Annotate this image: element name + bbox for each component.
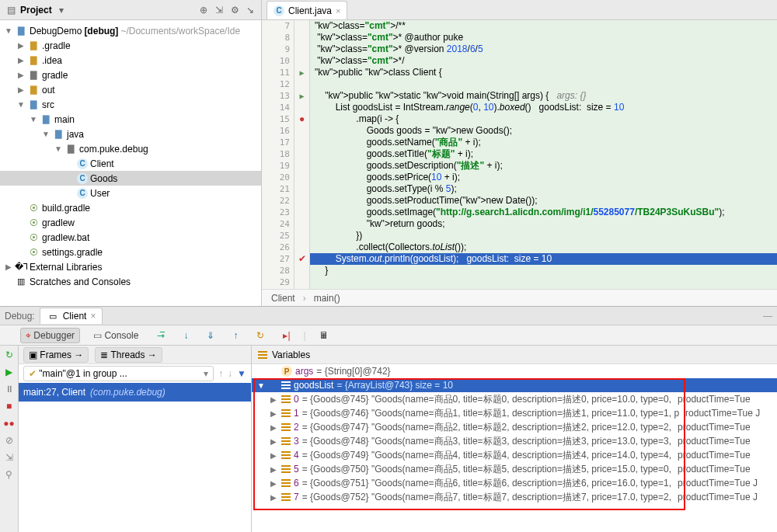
step-into-icon[interactable]: ↓ bbox=[178, 328, 193, 343]
drop-frame-icon[interactable]: ↻ bbox=[251, 328, 270, 343]
list-icon bbox=[281, 437, 291, 445]
variables-title: Variables bbox=[272, 349, 310, 360]
tab-label: Client.java bbox=[288, 5, 332, 16]
folder-icon: ▇ bbox=[27, 40, 40, 52]
java-class-icon: C bbox=[77, 173, 88, 184]
mute-breakpoints-icon[interactable]: ⊘ bbox=[3, 434, 16, 447]
tree-item[interactable]: CClient bbox=[0, 156, 261, 171]
java-class-icon: C bbox=[274, 5, 284, 16]
file-icon: ⦿ bbox=[27, 217, 40, 229]
threads-tab[interactable]: ≣ Threads → bbox=[95, 347, 162, 363]
var-item[interactable]: ▶ 0 = {Goods@745} "Goods(name=商品0, title… bbox=[252, 392, 777, 406]
step-over-icon[interactable]: →̅ bbox=[152, 328, 170, 343]
editor-area: C Client.java × 789101112131415161718192… bbox=[262, 0, 777, 306]
close-tab-icon[interactable]: × bbox=[336, 6, 340, 16]
var-item[interactable]: ▶ 2 = {Goods@747} "Goods(name=商品2, title… bbox=[252, 420, 777, 434]
folder-icon: ▇ bbox=[27, 84, 40, 96]
folder-icon: ▇ bbox=[52, 128, 64, 141]
prev-frame-icon[interactable]: ↑ bbox=[218, 368, 223, 379]
filter-icon[interactable]: ▼ bbox=[237, 368, 246, 379]
close-icon[interactable]: × bbox=[90, 311, 96, 322]
list-icon bbox=[281, 493, 291, 501]
settings-icon[interactable]: ⇲ bbox=[3, 451, 16, 464]
list-icon bbox=[281, 479, 291, 487]
crumb-class[interactable]: Client bbox=[271, 293, 295, 304]
view-breakpoints-icon[interactable]: ●● bbox=[3, 417, 16, 429]
external-libraries[interactable]: ▶�⅂ External Libraries bbox=[0, 259, 261, 274]
list-icon bbox=[281, 395, 291, 403]
tree-item[interactable]: ⦿gradlew bbox=[0, 215, 261, 230]
file-icon: ⦿ bbox=[27, 246, 40, 259]
editor-tabbar: C Client.java × bbox=[262, 0, 777, 20]
list-icon bbox=[281, 451, 291, 459]
debug-toolbar: ⌖ Debugger ▭ Console →̅ ↓ ⇓ ↑ ↻ ▸| | 🖩 bbox=[0, 325, 777, 346]
tree-item[interactable]: CGoods bbox=[0, 171, 261, 186]
var-goodslist[interactable]: ▼ goodsList = {ArrayList@743} size = 10 bbox=[252, 378, 777, 392]
project-tree[interactable]: ▼ ▇ DebugDemo [debug] ~/Documents/workSp… bbox=[0, 20, 261, 306]
crumb-method[interactable]: main() bbox=[314, 293, 340, 304]
pin-icon[interactable]: ⚲ bbox=[3, 468, 16, 481]
var-item[interactable]: ▶ 3 = {Goods@748} "Goods(name=商品3, title… bbox=[252, 434, 777, 448]
tree-item[interactable]: ▼▇java bbox=[0, 127, 261, 141]
java-class-icon: C bbox=[77, 188, 88, 199]
folder-icon: ▇ bbox=[40, 113, 52, 126]
tree-item[interactable]: ▼▇main bbox=[0, 112, 261, 127]
list-icon bbox=[281, 423, 291, 431]
next-frame-icon[interactable]: ↓ bbox=[228, 368, 232, 379]
var-item[interactable]: ▶ 1 = {Goods@746} "Goods(name=商品1, title… bbox=[252, 406, 777, 420]
tree-item[interactable]: ⦿gradlew.bat bbox=[0, 230, 261, 245]
run-to-cursor-icon[interactable]: ▸| bbox=[277, 328, 295, 343]
pause-icon[interactable]: ⏸ bbox=[3, 383, 16, 395]
resume-icon[interactable]: ▶ bbox=[3, 366, 16, 378]
tree-item[interactable]: ▶▇gradle bbox=[0, 68, 261, 82]
tree-root[interactable]: ▼ ▇ DebugDemo [debug] ~/Documents/workSp… bbox=[0, 23, 261, 38]
tree-item[interactable]: ⦿settings.gradle bbox=[0, 245, 261, 259]
tree-item[interactable]: ▼▇src bbox=[0, 97, 261, 112]
project-sidebar: ▤ Project ▾ ⊕ ⇲ ⚙ ↘ ▼ ▇ DebugDemo [debug… bbox=[0, 0, 262, 306]
breadcrumb[interactable]: Client › main() bbox=[262, 289, 777, 306]
file-icon: ⦿ bbox=[27, 231, 40, 244]
debugger-tab[interactable]: ⌖ Debugger bbox=[20, 328, 80, 343]
scratches-consoles[interactable]: ▥ Scratches and Consoles bbox=[0, 274, 261, 289]
stop-icon[interactable]: ■ bbox=[3, 400, 16, 412]
list-icon bbox=[281, 465, 291, 473]
tree-item[interactable]: ▶▇out bbox=[0, 82, 261, 97]
app-icon: ▭ bbox=[47, 310, 59, 322]
tree-item[interactable]: ▼▇com.puke.debug bbox=[0, 141, 261, 156]
folder-icon: ▇ bbox=[27, 69, 40, 82]
debug-header: Debug: ▭ Client × — bbox=[0, 307, 777, 325]
root-path: ~/Documents/workSpace/Ide bbox=[120, 26, 240, 37]
editor-tab-client[interactable]: C Client.java × bbox=[267, 1, 347, 19]
tree-item[interactable]: ▶▇.gradle bbox=[0, 38, 261, 53]
collapse-icon[interactable]: ⇲ bbox=[213, 4, 225, 16]
rerun-icon[interactable]: ↻ bbox=[3, 349, 16, 361]
file-icon: ⦿ bbox=[27, 202, 40, 214]
hide-icon[interactable]: ↘ bbox=[244, 4, 256, 16]
tree-item[interactable]: ⦿build.gradle bbox=[0, 200, 261, 215]
variables-icon bbox=[258, 351, 267, 359]
tree-item[interactable]: ▶▇.idea bbox=[0, 53, 261, 68]
step-out-icon[interactable]: ↑ bbox=[228, 328, 243, 343]
frames-tab[interactable]: ▣ Frames → bbox=[23, 347, 89, 363]
gear-icon[interactable]: ⚙ bbox=[228, 4, 241, 16]
tree-item[interactable]: CUser bbox=[0, 186, 261, 200]
force-step-into-icon[interactable]: ⇓ bbox=[201, 328, 220, 343]
debug-session-tab[interactable]: ▭ Client × bbox=[40, 308, 103, 324]
thread-selector[interactable]: ✔ "main"@1 in group ... ▾ bbox=[23, 366, 214, 381]
var-item[interactable]: ▶ 6 = {Goods@751} "Goods(name=商品6, title… bbox=[252, 476, 777, 490]
var-args[interactable]: P args = {String[0]@742} bbox=[252, 364, 777, 378]
folder-icon: ▇ bbox=[64, 143, 77, 155]
stack-frame[interactable]: main:27, Client (com.puke.debug) bbox=[19, 383, 251, 402]
console-tab[interactable]: ▭ Console bbox=[88, 328, 144, 343]
var-item[interactable]: ▶ 7 = {Goods@752} "Goods(name=商品7, title… bbox=[252, 490, 777, 504]
debug-label: Debug: bbox=[5, 311, 35, 322]
var-item[interactable]: ▶ 5 = {Goods@750} "Goods(name=商品5, title… bbox=[252, 462, 777, 476]
minimize-icon[interactable]: — bbox=[763, 311, 772, 322]
var-item[interactable]: ▶ 4 = {Goods@749} "Goods(name=商品4, title… bbox=[252, 448, 777, 462]
code-editor[interactable]: 7891011121314151617181920212223242526272… bbox=[262, 20, 777, 289]
project-icon: ▤ bbox=[5, 4, 17, 16]
debug-left-gutter: ↻ ▶ ⏸ ■ ●● ⊘ ⇲ ⚲ bbox=[0, 346, 19, 532]
evaluate-icon[interactable]: 🖩 bbox=[314, 328, 334, 343]
dropdown-icon[interactable]: ▾ bbox=[55, 4, 68, 16]
target-icon[interactable]: ⊕ bbox=[197, 4, 210, 16]
